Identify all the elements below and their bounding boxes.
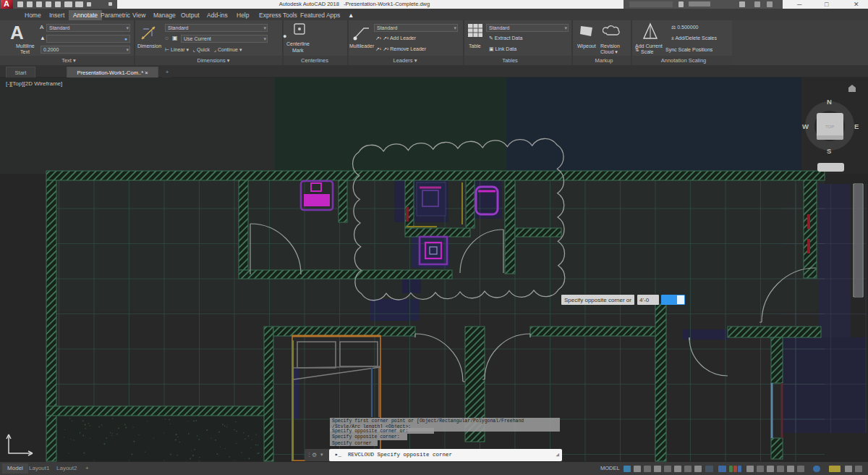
svg-text:W: W (802, 122, 809, 130)
svg-text:TOP: TOP (825, 125, 834, 129)
svg-text:E: E (854, 122, 859, 130)
svg-text:Specify opposite corner or: Specify opposite corner or (564, 297, 631, 303)
svg-text:S: S (827, 147, 831, 155)
svg-text:4'-0: 4'-0 (639, 297, 650, 303)
svg-text:[-][Top][2D Wireframe]: [-][Top][2D Wireframe] (6, 80, 62, 87)
svg-text:N: N (827, 98, 832, 106)
